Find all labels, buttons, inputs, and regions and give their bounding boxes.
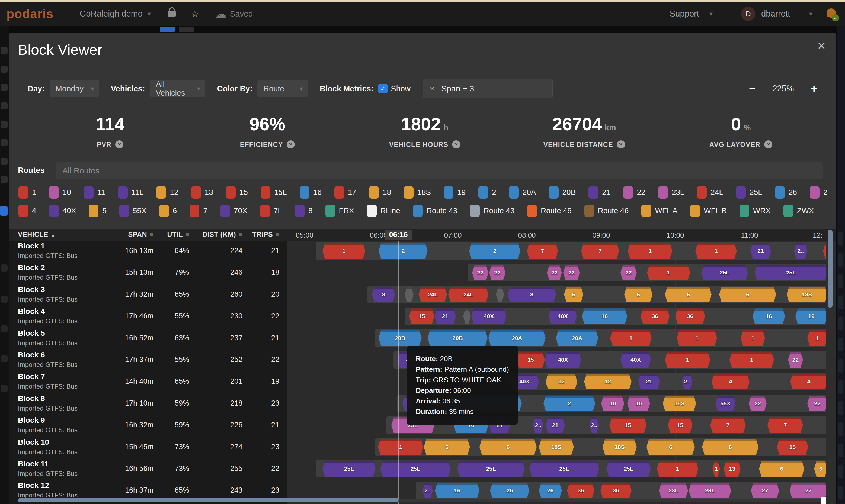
- route-chip-zwx[interactable]: ZWX: [783, 204, 814, 217]
- trip-bar-route-24L[interactable]: 24L: [419, 287, 447, 302]
- lock-icon[interactable]: [168, 11, 176, 17]
- trip-bar-route-20B[interactable]: 20B: [428, 330, 487, 346]
- trip-bar-route-6[interactable]: 6: [646, 439, 695, 455]
- route-chip-6[interactable]: 6: [159, 204, 177, 217]
- trip-bar-route-13[interactable]: 13: [724, 461, 741, 476]
- column-header-distkm[interactable]: DIST (KM)≡: [188, 231, 242, 238]
- route-chip-70x[interactable]: 70X: [220, 204, 247, 217]
- table-row[interactable]: Block 11Imported GTFS: Bus16h 56m73%2552…: [9, 458, 288, 480]
- trip-bar-route-12[interactable]: 12: [584, 374, 632, 390]
- trip-bar-route-8[interactable]: 8: [372, 287, 395, 302]
- trip-bar-route-1[interactable]: 1: [695, 243, 737, 259]
- trip-bar-route-1[interactable]: 1: [378, 439, 423, 455]
- route-chip-13[interactable]: 13: [191, 186, 213, 199]
- table-row[interactable]: Block 4Imported GTFS: Bus17h 46m55%23022: [9, 306, 288, 328]
- trip-bar-route-6[interactable]: 6: [665, 287, 711, 302]
- trip-bar-route-21[interactable]: 21: [434, 308, 456, 324]
- table-row[interactable]: Block 1Imported GTFS: Bus16h 13m64%22421: [9, 240, 288, 262]
- trip-bar-route-2[interactable]: 2: [379, 243, 428, 259]
- trip-bar-route-19[interactable]: 19: [795, 308, 826, 324]
- route-chip-15[interactable]: 15: [226, 186, 248, 199]
- trip-bar-route-36[interactable]: 36: [675, 308, 705, 324]
- route-chip-route-45[interactable]: Route 45: [527, 204, 572, 217]
- trip-bar-route-7[interactable]: 7: [527, 243, 558, 259]
- trip-bar-route-7[interactable]: 7: [581, 243, 619, 259]
- help-icon[interactable]: ?: [452, 140, 460, 148]
- trip-bar-route-26[interactable]: 26: [490, 483, 529, 498]
- route-chip-22[interactable]: 22: [623, 186, 645, 199]
- table-row[interactable]: Block 9Imported GTFS: Bus16h 32m59%22621: [9, 415, 288, 436]
- trip-bar-route-6[interactable]: 6: [480, 439, 537, 455]
- route-chip-21[interactable]: 21: [588, 186, 610, 199]
- trip-bar-route-2[interactable]: 2: [544, 396, 595, 411]
- table-row[interactable]: Block 2Imported GTFS: Bus15h 13m79%24618: [9, 262, 288, 284]
- route-chip-route-46[interactable]: Route 46: [584, 204, 629, 217]
- route-chip-wfl-b[interactable]: WFL B: [690, 204, 727, 217]
- trip-bar-route-23L[interactable]: 23L: [659, 483, 688, 498]
- trip-bar-route-26[interactable]: 26: [539, 483, 562, 498]
- route-chip-20a[interactable]: 20A: [509, 186, 536, 199]
- remove-tag-icon[interactable]: ×: [430, 84, 434, 93]
- route-chip-24l[interactable]: 24L: [697, 186, 723, 199]
- column-header-trips[interactable]: TRIPS≡: [239, 231, 279, 238]
- trip-bar-route-18S[interactable]: 18S: [787, 287, 826, 302]
- route-chip-frx[interactable]: FRX: [325, 204, 354, 217]
- route-chip-2[interactable]: 2: [478, 186, 496, 199]
- trip-bar-route-1[interactable]: 1: [323, 243, 365, 259]
- trip-bar-route-16[interactable]: 16: [582, 308, 627, 324]
- sidebar-active-tool-icon[interactable]: [0, 206, 7, 216]
- route-chip-7l[interactable]: 7L: [260, 204, 282, 217]
- trip-bar-route-1[interactable]: 1: [628, 243, 672, 259]
- show-metrics-checkbox[interactable]: ✓: [378, 84, 387, 93]
- project-caret-icon[interactable]: ▾: [148, 10, 151, 18]
- route-chip-23l[interactable]: 23L: [658, 186, 685, 199]
- vertical-scrollbar-thumb[interactable]: [828, 230, 832, 308]
- support-menu[interactable]: Support: [670, 9, 699, 19]
- notifications-bell-icon[interactable]: ✓: [826, 8, 838, 20]
- zoom-out-button[interactable]: −: [746, 82, 758, 95]
- trip-bar-route-1[interactable]: 1: [807, 330, 826, 346]
- trip-bar-route-16[interactable]: 16: [435, 483, 480, 498]
- trip-bar-route-1[interactable]: 1: [657, 461, 698, 476]
- trip-bar-route-1[interactable]: 1: [647, 265, 690, 281]
- trip-bar-route-18S[interactable]: 18S: [603, 439, 637, 455]
- trip-bar-route-40X[interactable]: 40X: [545, 352, 581, 368]
- help-icon[interactable]: ?: [287, 140, 295, 148]
- route-chip-18s[interactable]: 18S: [404, 186, 431, 199]
- route-chip-1[interactable]: 1: [18, 186, 36, 199]
- metric-filter-tag[interactable]: × Span + 3: [423, 79, 553, 98]
- trip-bar-route-25L[interactable]: 25L: [606, 461, 651, 476]
- route-chip-27[interactable]: 27: [810, 186, 828, 199]
- route-chip-4[interactable]: 4: [18, 204, 36, 217]
- trip-bar-route-16[interactable]: 16: [753, 308, 785, 324]
- table-row[interactable]: Block 6Imported GTFS: Bus17h 37m55%25222: [9, 349, 288, 371]
- user-caret-icon[interactable]: ▾: [809, 10, 812, 18]
- trip-bar-route-10[interactable]: 10: [627, 396, 650, 411]
- trip-bar-route-40X[interactable]: 40X: [471, 308, 506, 324]
- trip-bar-route-22[interactable]: 22: [788, 352, 803, 368]
- trip-bar-route-15[interactable]: 15: [777, 439, 808, 455]
- table-row[interactable]: Block 7Imported GTFS: Bus14h 40m65%20119: [9, 371, 288, 393]
- trip-bar-route-55X[interactable]: 55X: [715, 396, 736, 411]
- trip-bar-route-1[interactable]: 1: [741, 330, 765, 346]
- route-chip-40x[interactable]: 40X: [49, 204, 76, 217]
- route-chip-26[interactable]: 26: [775, 186, 797, 199]
- trip-bar-route-7[interactable]: 7: [710, 417, 746, 433]
- trip-bar-route-6[interactable]: 6: [702, 439, 758, 455]
- table-row[interactable]: Block 10Imported GTFS: Bus15h 45m73%2742…: [9, 437, 288, 458]
- route-chip-16[interactable]: 16: [300, 186, 322, 199]
- vehicles-select[interactable]: All Vehicles ▾: [150, 80, 205, 97]
- route-chip-15l[interactable]: 15L: [261, 186, 287, 199]
- route-chip-wfl-a[interactable]: WFL A: [641, 204, 677, 217]
- route-chip-10[interactable]: 10: [49, 186, 71, 199]
- route-chip-5[interactable]: 5: [89, 204, 107, 217]
- trip-bar-route-22[interactable]: 22: [620, 265, 637, 281]
- trip-bar-route-36[interactable]: 36: [600, 483, 632, 498]
- help-icon[interactable]: ?: [115, 140, 123, 148]
- trip-bar-route-6[interactable]: 6: [424, 439, 470, 455]
- trip-bar-route-1[interactable]: 1: [610, 330, 652, 346]
- trip-bar-route-40X[interactable]: 40X: [549, 308, 577, 324]
- trip-bar-route-22[interactable]: 22: [749, 396, 766, 411]
- trip-bar-route-20A[interactable]: 20A: [556, 330, 598, 346]
- trip-bar-route-15[interactable]: 15: [409, 308, 434, 324]
